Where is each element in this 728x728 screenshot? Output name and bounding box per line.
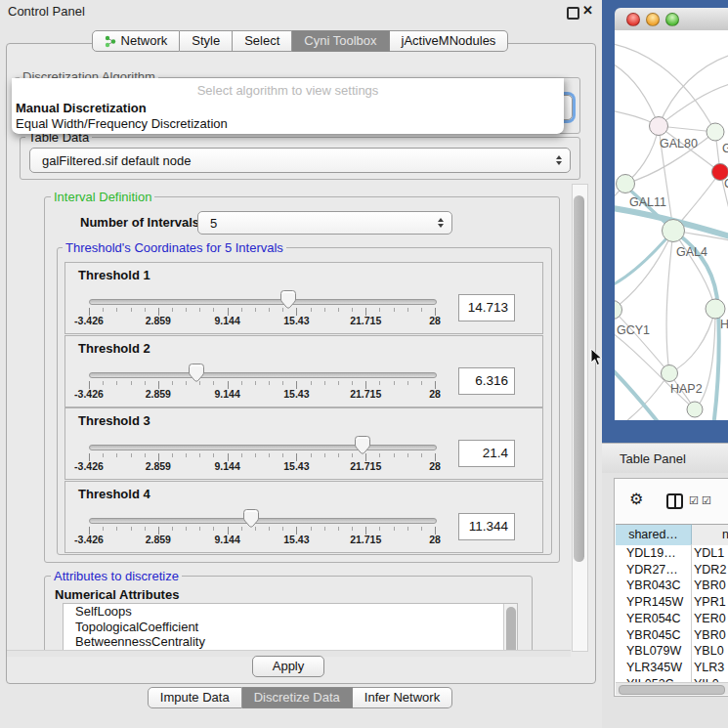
threshold-value-field[interactable]: 6.316 <box>458 367 515 395</box>
algorithm-option-equal-width-frequency-discretization[interactable]: Equal Width/Frequency Discretization <box>16 116 228 131</box>
slider-tick <box>103 453 104 457</box>
attributes-group-title: Attributes to discretize <box>51 570 182 582</box>
network-node-label: C <box>724 177 728 191</box>
slider-tick <box>379 381 380 385</box>
tab-impute-data[interactable]: Impute Data <box>148 687 242 708</box>
slider-tick-label: 28 <box>429 534 441 545</box>
node-table: ⚙ ☑ ☑ shared… na YDL19…YDL1YDR27…YDR2YBR… <box>614 478 728 697</box>
slider-tick <box>199 527 200 531</box>
attribute-item-selfloops[interactable]: SelfLoops <box>64 604 517 620</box>
threshold-slider-track[interactable] <box>89 518 437 524</box>
attributes-list-scrollbar[interactable] <box>503 604 517 651</box>
slider-tick <box>131 381 132 385</box>
number-of-intervals-combobox[interactable]: 5 <box>197 211 452 235</box>
tab-style[interactable]: Style <box>180 30 233 52</box>
tab-select[interactable]: Select <box>233 30 292 52</box>
tab-label: Network <box>121 31 168 51</box>
slider-tick <box>338 308 339 312</box>
table-row-YER054C[interactable]: YER054CYER0 <box>616 611 728 627</box>
network-canvas[interactable]: GAL80GACGAL11GAL4GCY1HHAP2 <box>615 30 728 420</box>
slider-tick <box>199 308 200 312</box>
slider-tick <box>352 381 353 385</box>
table-row-YDL19[interactable]: YDL19…YDL1 <box>616 545 728 562</box>
network-node-h[interactable] <box>706 299 725 319</box>
table-row-YBR043C[interactable]: YBR043CYBR0 <box>616 578 728 594</box>
tab-network[interactable]: Network <box>92 30 181 52</box>
slider-tick <box>379 453 380 457</box>
slider-tick-label: 2.859 <box>146 315 171 326</box>
slider-tick <box>172 453 173 457</box>
columns-icon[interactable] <box>666 493 683 509</box>
column-header-name[interactable]: na <box>692 524 728 546</box>
network-node-partial[interactable] <box>687 402 703 417</box>
network-node-gal80[interactable] <box>650 117 668 136</box>
slider-tick <box>407 453 408 457</box>
checkbox-icon[interactable]: ☑ <box>689 495 699 506</box>
table-row-YBL079W[interactable]: YBL079WYBL0 <box>616 643 728 660</box>
cell-name: YPR1 <box>694 594 726 611</box>
tab-cyni-toolbox[interactable]: Cyni Toolbox <box>292 30 389 52</box>
tab-discretize-data[interactable]: Discretize Data <box>242 687 353 708</box>
network-node-gal11[interactable] <box>617 175 635 193</box>
apply-button[interactable]: Apply <box>252 656 324 677</box>
slider-tick <box>352 308 353 312</box>
network-window-titlebar[interactable] <box>615 8 728 31</box>
settings-vertical-scrollbar-thumb[interactable] <box>574 195 584 562</box>
close-traffic-light-button[interactable] <box>626 13 640 26</box>
network-node-hap2[interactable] <box>662 365 678 382</box>
threshold-slider-thumb[interactable] <box>189 364 204 382</box>
column-divider <box>691 544 692 682</box>
slider-tick <box>269 308 270 312</box>
attributes-list-scrollbar-thumb[interactable] <box>506 607 516 652</box>
slider-tick-label: 2.859 <box>146 534 171 545</box>
attribute-item-betweennesscentrality[interactable]: BetweennessCentrality <box>64 634 517 650</box>
numerical-attributes-list[interactable]: SelfLoopsTopologicalCoefficientBetweenne… <box>63 603 518 652</box>
float-window-icon[interactable] <box>567 7 579 20</box>
table-row-YPR145W[interactable]: YPR145WYPR1 <box>616 594 728 611</box>
network-node-label: HAP2 <box>670 382 703 396</box>
algorithm-option-manual-discretization[interactable]: Manual Discretization <box>16 101 147 115</box>
table-data-selected-value: galFiltered.sif default node <box>30 153 191 168</box>
number-of-intervals-value: 5 <box>198 216 217 231</box>
column-header-shared-name[interactable]: shared… <box>616 524 692 546</box>
table-row-YDR27[interactable]: YDR27…YDR2 <box>616 562 728 578</box>
threshold-value-field[interactable]: 11.344 <box>458 513 515 540</box>
threshold-panel-1: Threshold 1-3.4262.8599.14415.4321.71528… <box>64 262 543 334</box>
threshold-value-field[interactable]: 14.713 <box>458 294 515 321</box>
table-horizontal-scrollbar-thumb[interactable] <box>619 685 725 695</box>
network-node-gal4[interactable] <box>663 220 685 242</box>
close-icon[interactable]: ✕ <box>582 3 593 18</box>
network-node-ga[interactable] <box>707 123 724 141</box>
control-panel-title: Control Panel <box>8 4 85 19</box>
slider-tick <box>407 527 408 531</box>
table-row-YLR345W[interactable]: YLR345WYLR3 <box>616 660 728 676</box>
slider-tick <box>352 453 353 457</box>
minimize-traffic-light-button[interactable] <box>646 13 660 26</box>
slider-tick <box>269 453 270 457</box>
slider-tick <box>116 381 117 385</box>
table-data-combobox[interactable]: galFiltered.sif default node <box>29 148 571 173</box>
slider-tick <box>379 308 380 312</box>
slider-tick <box>421 308 422 312</box>
table-horizontal-scrollbar[interactable] <box>616 682 728 695</box>
slider-tick <box>116 527 117 531</box>
cell-name: YBR0 <box>694 627 726 644</box>
tab-jactivemnodules[interactable]: jActiveMNodules <box>390 30 509 52</box>
checkbox-icon[interactable]: ☑ <box>702 495 711 506</box>
threshold-slider-thumb[interactable] <box>243 509 259 528</box>
threshold-slider-thumb[interactable] <box>355 436 370 454</box>
gear-icon[interactable]: ⚙ <box>629 492 643 507</box>
slider-tick <box>394 381 395 385</box>
tab-infer-network[interactable]: Infer Network <box>353 687 452 708</box>
attribute-item-topologicalcoefficient[interactable]: TopologicalCoefficient <box>64 620 517 635</box>
slider-tick <box>116 308 117 312</box>
threshold-slider-track[interactable] <box>89 299 437 305</box>
threshold-value-field[interactable]: 21.4 <box>458 440 515 467</box>
zoom-traffic-light-button[interactable] <box>665 13 679 26</box>
threshold-slider-track[interactable] <box>89 445 437 450</box>
threshold-slider-thumb[interactable] <box>280 290 296 309</box>
slider-tick <box>255 381 256 385</box>
slider-tick <box>186 453 187 457</box>
threshold-slider-track[interactable] <box>89 372 437 378</box>
table-row-YBR045C[interactable]: YBR045CYBR0 <box>616 627 728 644</box>
